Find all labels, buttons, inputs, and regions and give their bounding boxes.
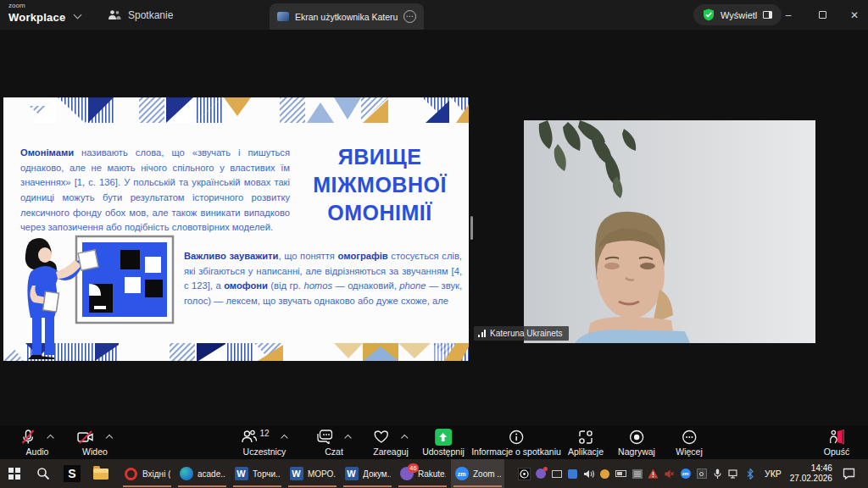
restore-button[interactable] — [807, 0, 837, 30]
list-tray-icon[interactable] — [631, 468, 643, 480]
opera-icon — [124, 467, 138, 481]
react-options-chevron[interactable] — [402, 434, 408, 440]
camera-app-tray-icon[interactable] — [695, 468, 708, 480]
taskbar-app-word[interactable]: WТорчи... — [231, 459, 284, 488]
share-screen-button[interactable]: Udostępnij — [422, 428, 465, 457]
microphone-tray-icon[interactable] — [711, 468, 724, 480]
people-icon — [108, 9, 121, 21]
system-tray: zm — [518, 468, 756, 480]
display-tray-icon[interactable] — [550, 468, 563, 480]
taskbar-apps: Вхідні (...acade...WТорчи...WМОРО...WДок… — [120, 459, 506, 488]
apps-icon — [578, 430, 593, 445]
language-indicator[interactable]: УКР — [765, 469, 782, 479]
taskbar-app-word[interactable]: WДокум... — [341, 459, 394, 488]
tab-screen-share[interactable]: Ekran użytkownika Kateruna Ukra ⋯ — [270, 3, 424, 30]
taskbar-app-label: Докум... — [363, 469, 391, 479]
word-icon: W — [289, 467, 303, 481]
participants-label: Uczestnicy — [243, 446, 287, 457]
more-icon — [682, 430, 697, 445]
microphone-muted-icon — [21, 430, 36, 445]
leave-meeting-icon — [828, 430, 845, 445]
taskbar-clock[interactable]: 14:46 27.02.2026 — [790, 463, 832, 485]
participants-button[interactable]: 12 Uczestnicy — [241, 428, 287, 457]
leave-button[interactable]: Opuść — [824, 428, 849, 457]
video-options-chevron[interactable] — [107, 434, 113, 440]
taskbar-app-edge[interactable]: acade... — [175, 459, 229, 488]
taskbar-app-zoom[interactable]: zmZoom ... — [451, 459, 504, 488]
camera-muted-icon — [77, 430, 94, 444]
slide-top-decoration — [3, 97, 469, 123]
tab-options-icon[interactable]: ⋯ — [403, 10, 416, 23]
tab-screen-share-label: Ekran użytkownika Kateruna Ukra — [295, 12, 398, 22]
minimize-button[interactable]: – — [773, 0, 804, 30]
restore-icon — [819, 11, 826, 19]
bluetooth-tray-icon[interactable] — [743, 468, 756, 480]
taskbar-app-opera[interactable]: Вхідні (... — [120, 459, 174, 488]
chat-options-chevron[interactable] — [346, 434, 352, 440]
zoom-tray-icon[interactable]: zm — [679, 468, 692, 480]
search-icon — [36, 467, 50, 480]
screen-share-icon — [277, 12, 289, 21]
running-indicator — [178, 485, 226, 487]
gold-app-tray-icon[interactable] — [598, 468, 611, 480]
edge-icon — [179, 467, 193, 481]
warning-tray-icon[interactable] — [647, 468, 659, 480]
viber-tray-icon[interactable] — [534, 468, 547, 480]
close-button[interactable]: ✕ — [839, 0, 868, 30]
muted-speaker-tray-icon[interactable] — [663, 468, 676, 480]
running-indicator — [233, 485, 281, 487]
scrollbar-thumb[interactable] — [470, 216, 473, 240]
taskbar-app-label: Вхідні (... — [142, 469, 170, 479]
participants-options-chevron[interactable] — [282, 434, 288, 440]
react-button[interactable]: Zareaguj — [373, 428, 408, 457]
search-button[interactable] — [29, 459, 58, 488]
file-explorer-button[interactable] — [86, 459, 115, 488]
heart-icon — [373, 430, 389, 444]
zoom-icon: zm — [454, 467, 469, 481]
notification-icon — [843, 468, 855, 480]
participants-count: 12 — [259, 429, 269, 438]
s-app-button[interactable]: S — [58, 459, 86, 488]
tab-meeting[interactable]: Spotkanie — [108, 0, 173, 30]
taskbar-app-viber[interactable]: 46Rakute... — [396, 459, 449, 488]
zoom-workplace-logo[interactable]: zoom Workplace — [8, 3, 65, 24]
viber-icon: 46 — [399, 467, 414, 481]
participant-name: Kateruna Ukrainets — [490, 329, 563, 338]
slide-paragraph-2: Важливо зауважити, що поняття омографів … — [184, 249, 462, 309]
notification-center-button[interactable] — [843, 468, 855, 480]
unread-badge: 46 — [408, 463, 419, 473]
close-icon: ✕ — [850, 9, 859, 21]
more-button[interactable]: Więcej — [676, 428, 703, 457]
meeting-info-button[interactable]: Informacje o spotkaniu — [471, 428, 561, 457]
participant-video-image — [524, 120, 815, 343]
view-button[interactable]: Wyświetl — [693, 4, 782, 25]
taskbar-app-label: acade... — [198, 469, 225, 479]
start-button[interactable] — [0, 459, 29, 488]
app-tray-icon[interactable] — [566, 468, 579, 480]
word-icon: W — [234, 467, 248, 481]
audio-button[interactable]: Audio — [21, 428, 54, 457]
taskbar-app-label: Rakute... — [418, 469, 446, 479]
react-label: Zareaguj — [373, 446, 408, 457]
chat-button[interactable]: Czat — [317, 428, 352, 457]
share-screen-icon — [435, 429, 452, 446]
slide-title-line3: ОМОНІМІЇ — [296, 199, 464, 227]
running-indicator — [343, 485, 392, 487]
network-display-tray-icon[interactable] — [727, 468, 740, 480]
apps-label: Aplikacje — [568, 446, 604, 457]
audio-options-chevron[interactable] — [48, 434, 54, 440]
taskbar-app-word[interactable]: WМОРО... — [286, 459, 339, 488]
battery-tray-icon[interactable] — [615, 468, 627, 480]
participant-video-tile[interactable] — [524, 120, 815, 343]
record-button[interactable]: Nagrywaj — [618, 428, 655, 457]
share-label: Udostępnij — [422, 446, 465, 457]
screen-recorder-tray-icon[interactable] — [518, 468, 531, 480]
taskbar-app-label: Торчи... — [253, 469, 281, 479]
volume-tray-icon[interactable] — [582, 468, 595, 480]
running-indicator — [288, 485, 337, 487]
title-bar: zoom Workplace Spotkanie Ekran użytkowni… — [0, 0, 868, 30]
workspace-chevron-down-icon[interactable] — [75, 11, 81, 18]
apps-button[interactable]: Aplikacje — [568, 428, 604, 457]
video-button[interactable]: Wideo — [77, 428, 113, 457]
chat-label: Czat — [325, 446, 343, 457]
